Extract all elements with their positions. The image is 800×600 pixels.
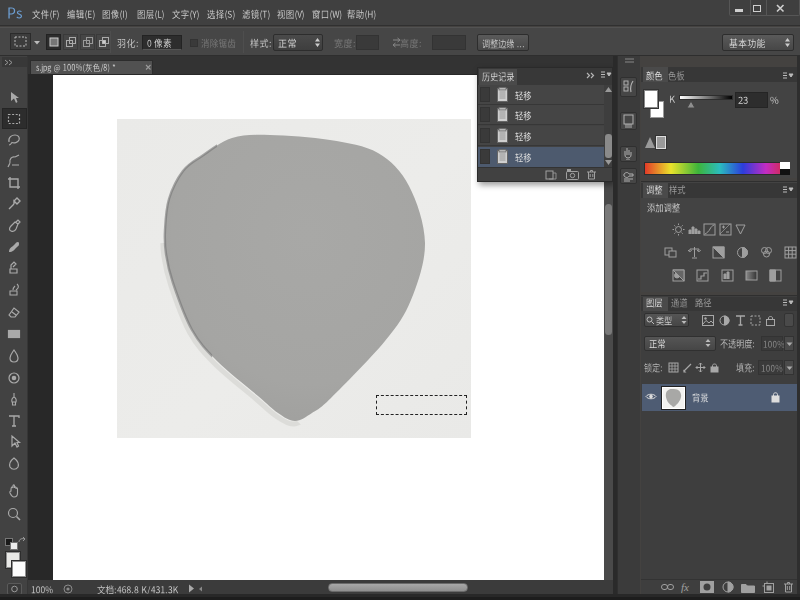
svg-text:fx: fx [681,581,689,593]
